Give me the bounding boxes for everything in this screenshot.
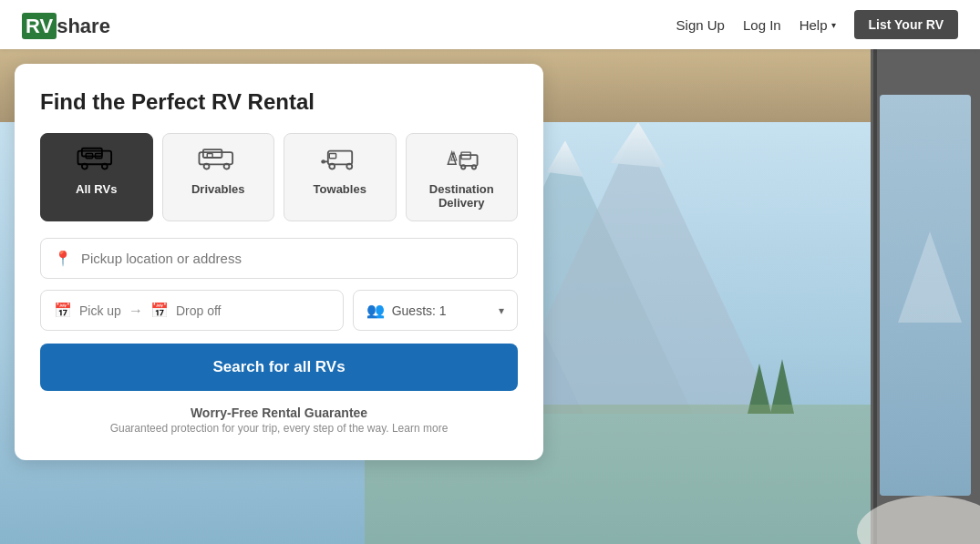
navbar: RVshare Sign Up Log In Help ▾ List Your …	[0, 0, 980, 49]
guests-field[interactable]: 👥 Guests: 1 ▾	[353, 290, 518, 331]
calendar-pickup-icon: 📅	[54, 302, 72, 319]
svg-point-51	[204, 164, 210, 169]
tab-destination-delivery[interactable]: Destination Delivery	[406, 133, 519, 221]
calendar-dropoff-icon: 📅	[150, 302, 169, 319]
svg-point-56	[329, 164, 335, 169]
all-rvs-icon	[77, 145, 117, 175]
location-input-wrap[interactable]: 📍	[40, 238, 518, 279]
svg-point-45	[82, 164, 88, 169]
guarantee-title: Worry-Free Rental Guarantee	[40, 405, 518, 420]
location-pin-icon: 📍	[54, 250, 72, 267]
svg-rect-37	[873, 49, 877, 544]
help-button[interactable]: Help ▾	[799, 17, 836, 33]
search-button[interactable]: Search for all RVs	[40, 344, 518, 391]
svg-point-46	[102, 164, 108, 169]
location-input[interactable]	[81, 251, 504, 266]
rv-type-tabs: All RVs Drivables	[40, 133, 518, 221]
svg-rect-62	[460, 155, 478, 166]
hero-section: Find the Perfect RV Rental All RVs	[0, 49, 980, 544]
pickup-label: Pick up	[79, 303, 121, 318]
tab-drivables-label: Drivables	[191, 182, 245, 196]
tab-destination-delivery-label: Destination Delivery	[414, 182, 511, 210]
towables-icon	[320, 145, 360, 175]
guests-icon: 👥	[366, 302, 385, 319]
signup-button[interactable]: Sign Up	[676, 17, 725, 33]
date-guest-row: 📅 Pick up → 📅 Drop off 👥 Guests: 1 ▾	[40, 290, 518, 331]
dropoff-label: Drop off	[176, 303, 222, 318]
location-row: 📍	[40, 238, 518, 279]
date-separator-icon: →	[129, 303, 143, 319]
tab-towables[interactable]: Towables	[284, 133, 397, 221]
svg-point-52	[224, 164, 230, 169]
tab-towables-label: Towables	[314, 182, 366, 196]
nav-actions: Sign Up Log In Help ▾ List Your RV	[676, 10, 958, 39]
tab-all-rvs[interactable]: All RVs	[40, 133, 153, 221]
svg-rect-53	[208, 154, 213, 158]
guarantee-section: Worry-Free Rental Guarantee Guaranteed p…	[40, 405, 518, 435]
guests-chevron-icon: ▾	[499, 304, 504, 317]
date-range-field[interactable]: 📅 Pick up → 📅 Drop off	[40, 290, 344, 331]
tab-all-rvs-label: All RVs	[76, 182, 117, 196]
guests-label: Guests: 1	[392, 303, 447, 318]
drivables-icon	[198, 145, 238, 175]
svg-point-65	[472, 165, 476, 169]
list-rv-button[interactable]: List Your RV	[854, 10, 958, 39]
svg-point-57	[346, 164, 352, 169]
tab-drivables[interactable]: Drivables	[162, 133, 275, 221]
logo-share: share	[57, 15, 110, 37]
guarantee-text: Guaranteed protection for your trip, eve…	[40, 422, 518, 435]
destination-delivery-icon	[441, 145, 481, 175]
logo-rv: RV	[22, 13, 57, 39]
logo[interactable]: RVshare	[22, 11, 110, 39]
search-title: Find the Perfect RV Rental	[40, 89, 518, 115]
login-button[interactable]: Log In	[743, 17, 781, 33]
svg-rect-55	[329, 154, 335, 159]
search-card: Find the Perfect RV Rental All RVs	[15, 64, 543, 460]
help-chevron-icon: ▾	[831, 20, 836, 30]
svg-point-64	[461, 165, 465, 169]
